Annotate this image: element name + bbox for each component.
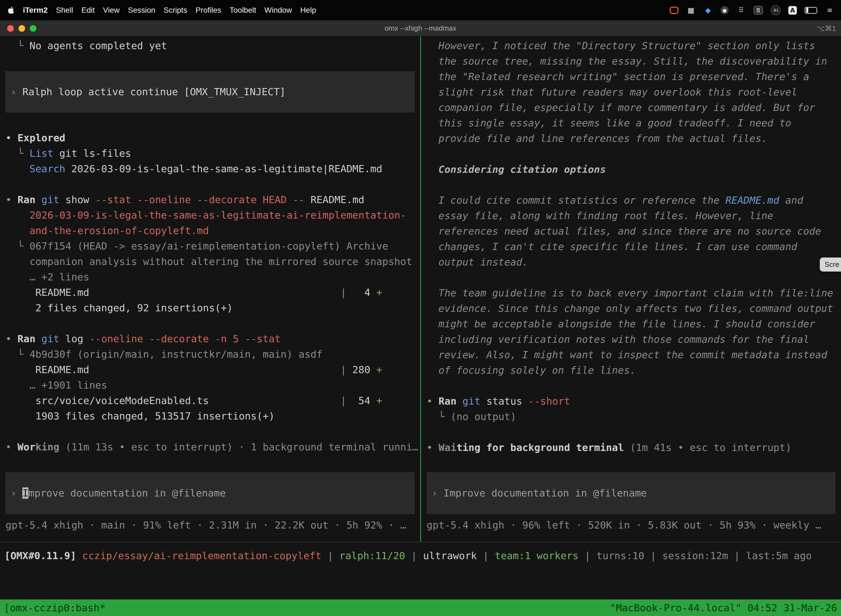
agent-transcript: • Explored └ List git ls-files Search 20… (6, 130, 420, 455)
reasoning-paragraph: I could cite commit statistics or refere… (438, 193, 834, 270)
terminal-line: └ 067f154 (HEAD -> essay/ai-reimplementa… (6, 238, 420, 254)
apple-menu[interactable] (8, 6, 15, 14)
terminal-line: 2026-03-09-is-legal-the-same-as-legitima… (6, 208, 420, 223)
terminal-line: 2 files changed, 92 insertions(+) (6, 300, 420, 316)
tab-shortcut-label: ⌥⌘1 (817, 21, 836, 37)
screen-recording-icon[interactable] (670, 7, 678, 14)
terminal-line: … +1901 lines (6, 378, 420, 393)
terminal-line: └ 4b9d30f (origin/main, instructkr/main,… (6, 347, 420, 362)
dots-grid-icon[interactable]: ⠿ (736, 6, 746, 15)
menu-app-name[interactable]: iTerm2 (19, 6, 52, 15)
iterm-window: omx --xhigh --madmax ⌥⌘1 └ No agents com… (0, 21, 841, 616)
ralph-inject-banner: › Ralph loop active continue [OMX_TMUX_I… (6, 71, 415, 113)
terminal-line (426, 424, 841, 440)
terminal-line: Search 2026-03-09-is-legal-the-same-as-l… (6, 161, 420, 177)
terminal-line (6, 177, 420, 192)
window-titlebar[interactable]: omx --xhigh --madmax ⌥⌘1 (0, 21, 841, 37)
omx-session-status: [OMX#0.11.9] cczip/essay/ai-reimplementa… (4, 548, 841, 563)
tmux-status-bar: [omx-cczip0:bash* "MacBook-Pro-44.local"… (0, 600, 841, 616)
apple-icon (8, 6, 15, 14)
menu-item-view[interactable]: View (99, 6, 124, 15)
left-pane[interactable]: └ No agents completed yet › Ralph loop a… (0, 37, 420, 542)
screen-share-overlay-button[interactable]: Scre (820, 258, 841, 271)
prompt-input[interactable]: › Improve documentation in @filename (6, 472, 415, 514)
minimize-button[interactable] (19, 25, 25, 32)
terminal-line: • Ran git log --oneline --decorate -n 5 … (6, 331, 420, 347)
terminal-line: └ No agents completed yet (6, 38, 420, 54)
reasoning-heading: Considering citation options (438, 162, 834, 177)
input-source-icon[interactable]: A (788, 6, 797, 15)
keyboard-grid-icon[interactable]: ▦ (686, 6, 696, 15)
control-center-icon[interactable]: ≡ (825, 6, 834, 15)
terminal-line: companion analysis without altering the … (6, 254, 420, 269)
terminal-line: … +2 lines (6, 269, 420, 285)
terminal-line (6, 316, 420, 331)
zoom-button[interactable] (30, 25, 37, 32)
tmux-session-window[interactable]: [omx-cczip0:bash* (4, 602, 105, 613)
reasoning-paragraph: However, I noticed the "Directory Struct… (438, 38, 834, 146)
model-status-line: gpt-5.4 xhigh · main · 91% left · 2.31M … (6, 518, 420, 533)
terminal-line: 1903 files changed, 513517 insertions(+) (6, 408, 420, 424)
terminal-line: README.md | 4 + (6, 285, 420, 300)
close-button[interactable] (7, 25, 14, 32)
terminal-line: • Ran git status --short (426, 393, 841, 409)
agent-transcript: • Ran git status --short └ (no output) •… (426, 393, 841, 455)
right-pane[interactable]: However, I noticed the "Directory Struct… (421, 37, 841, 542)
model-status-line: gpt-5.4 xhigh · 96% left · 520K in · 5.8… (426, 518, 841, 533)
traffic-lights (7, 25, 37, 32)
menu-items: ShellEditViewSessionScriptsProfilesToolb… (52, 6, 320, 15)
terminal-line: └ (no output) (426, 409, 841, 424)
terminal-line: • Waiting for background terminal (1m 41… (426, 440, 841, 455)
terminal-line: README.md | 280 + (6, 362, 420, 378)
menu-status-icons: ▦◆●⠿8.61A▋≡ (670, 5, 834, 15)
battery-percent-icon[interactable]: .61 (771, 5, 781, 15)
terminal-line: • Ran git show --stat --oneline --decora… (6, 192, 420, 208)
menu-item-session[interactable]: Session (124, 6, 160, 15)
tmux-host-clock: "MacBook-Pro-44.local" 04:52 31-Mar-26 (610, 602, 837, 613)
terminal-line: • Explored (6, 130, 420, 146)
prompt-input[interactable]: › Improve documentation in @filename (426, 472, 835, 514)
menu-bar: iTerm2 ShellEditViewSessionScriptsProfil… (0, 0, 841, 21)
menu-item-toolbelt[interactable]: Toolbelt (226, 6, 261, 15)
menu-item-shell[interactable]: Shell (52, 6, 77, 15)
omx-status-area: [OMX#0.11.9] cczip/essay/ai-reimplementa… (0, 542, 841, 600)
terminal-line: src/voice/voiceModeEnabled.ts | 54 + (6, 393, 420, 408)
menu-item-window[interactable]: Window (261, 6, 296, 15)
keycastr-icon[interactable]: 8 (753, 6, 763, 15)
tmux-panes: └ No agents completed yet › Ralph loop a… (0, 37, 841, 542)
terminal-line: └ List git ls-files (6, 146, 420, 161)
terminal-line: • Working (11m 13s • esc to interrupt) ·… (6, 439, 420, 455)
terminal-line (6, 424, 420, 439)
shortcuts-icon[interactable]: ● (721, 6, 729, 14)
menu-item-edit[interactable]: Edit (77, 6, 99, 15)
window-title: omx --xhigh --madmax (385, 24, 456, 32)
reasoning-paragraph: The team guideline is to back every impo… (438, 285, 834, 378)
desktop: iTerm2 ShellEditViewSessionScriptsProfil… (0, 0, 841, 616)
battery-icon[interactable]: ▋ (804, 7, 817, 14)
raycast-icon[interactable]: ◆ (703, 6, 713, 15)
menu-item-help[interactable]: Help (296, 6, 320, 15)
menu-item-profiles[interactable]: Profiles (192, 6, 226, 15)
agents-summary: └ No agents completed yet (6, 38, 420, 54)
terminal-line: and-the-erosion-of-copyleft.md (6, 223, 420, 238)
menu-item-scripts[interactable]: Scripts (160, 6, 192, 15)
